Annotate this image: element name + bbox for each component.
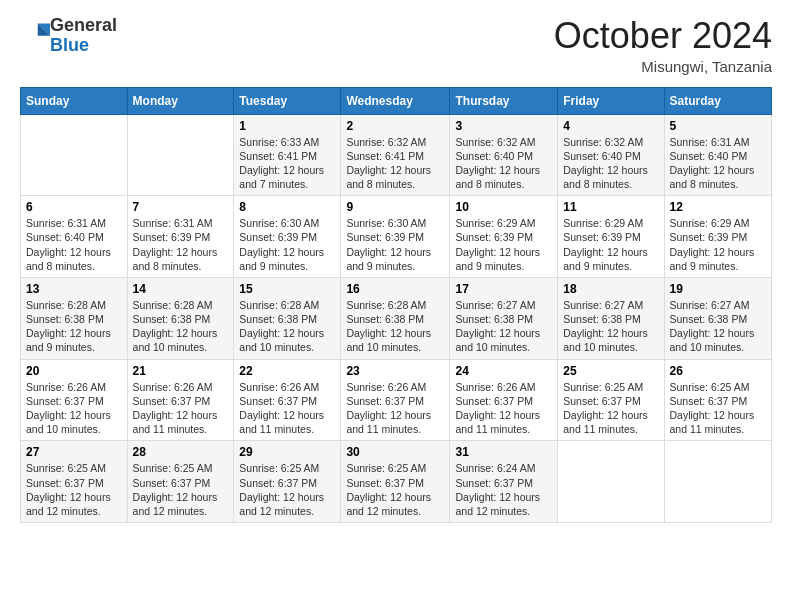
- day-cell: 23Sunrise: 6:26 AMSunset: 6:37 PMDayligh…: [341, 359, 450, 441]
- day-info: Sunrise: 6:25 AMSunset: 6:37 PMDaylight:…: [239, 461, 335, 518]
- day-number: 9: [346, 200, 444, 214]
- day-info: Sunrise: 6:27 AMSunset: 6:38 PMDaylight:…: [670, 298, 767, 355]
- day-info: Sunrise: 6:28 AMSunset: 6:38 PMDaylight:…: [346, 298, 444, 355]
- day-number: 1: [239, 119, 335, 133]
- day-cell: 7Sunrise: 6:31 AMSunset: 6:39 PMDaylight…: [127, 196, 234, 278]
- day-cell: 11Sunrise: 6:29 AMSunset: 6:39 PMDayligh…: [558, 196, 664, 278]
- day-number: 14: [133, 282, 229, 296]
- day-cell: [558, 441, 664, 523]
- title-block: October 2024 Misungwi, Tanzania: [554, 16, 772, 75]
- day-number: 27: [26, 445, 122, 459]
- day-info: Sunrise: 6:26 AMSunset: 6:37 PMDaylight:…: [133, 380, 229, 437]
- day-info: Sunrise: 6:32 AMSunset: 6:40 PMDaylight:…: [455, 135, 552, 192]
- day-cell: 19Sunrise: 6:27 AMSunset: 6:38 PMDayligh…: [664, 277, 772, 359]
- week-row-2: 6Sunrise: 6:31 AMSunset: 6:40 PMDaylight…: [21, 196, 772, 278]
- day-info: Sunrise: 6:25 AMSunset: 6:37 PMDaylight:…: [670, 380, 767, 437]
- day-cell: 1Sunrise: 6:33 AMSunset: 6:41 PMDaylight…: [234, 114, 341, 196]
- day-cell: 4Sunrise: 6:32 AMSunset: 6:40 PMDaylight…: [558, 114, 664, 196]
- day-info: Sunrise: 6:31 AMSunset: 6:40 PMDaylight:…: [26, 216, 122, 273]
- day-info: Sunrise: 6:33 AMSunset: 6:41 PMDaylight:…: [239, 135, 335, 192]
- day-number: 31: [455, 445, 552, 459]
- day-cell: [127, 114, 234, 196]
- header: General Blue October 2024 Misungwi, Tanz…: [20, 16, 772, 75]
- day-number: 25: [563, 364, 658, 378]
- logo-icon: [22, 20, 50, 48]
- day-number: 4: [563, 119, 658, 133]
- day-number: 12: [670, 200, 767, 214]
- day-info: Sunrise: 6:26 AMSunset: 6:37 PMDaylight:…: [26, 380, 122, 437]
- day-number: 2: [346, 119, 444, 133]
- day-info: Sunrise: 6:32 AMSunset: 6:41 PMDaylight:…: [346, 135, 444, 192]
- day-cell: 8Sunrise: 6:30 AMSunset: 6:39 PMDaylight…: [234, 196, 341, 278]
- day-info: Sunrise: 6:31 AMSunset: 6:40 PMDaylight:…: [670, 135, 767, 192]
- day-cell: 25Sunrise: 6:25 AMSunset: 6:37 PMDayligh…: [558, 359, 664, 441]
- calendar: SundayMondayTuesdayWednesdayThursdayFrid…: [20, 87, 772, 523]
- day-number: 29: [239, 445, 335, 459]
- day-number: 11: [563, 200, 658, 214]
- day-info: Sunrise: 6:28 AMSunset: 6:38 PMDaylight:…: [133, 298, 229, 355]
- day-cell: 17Sunrise: 6:27 AMSunset: 6:38 PMDayligh…: [450, 277, 558, 359]
- day-number: 28: [133, 445, 229, 459]
- day-number: 10: [455, 200, 552, 214]
- day-info: Sunrise: 6:26 AMSunset: 6:37 PMDaylight:…: [346, 380, 444, 437]
- day-info: Sunrise: 6:27 AMSunset: 6:38 PMDaylight:…: [455, 298, 552, 355]
- day-number: 18: [563, 282, 658, 296]
- day-number: 26: [670, 364, 767, 378]
- day-cell: 16Sunrise: 6:28 AMSunset: 6:38 PMDayligh…: [341, 277, 450, 359]
- logo-text: General Blue: [50, 16, 117, 56]
- week-row-1: 1Sunrise: 6:33 AMSunset: 6:41 PMDaylight…: [21, 114, 772, 196]
- week-row-4: 20Sunrise: 6:26 AMSunset: 6:37 PMDayligh…: [21, 359, 772, 441]
- day-info: Sunrise: 6:31 AMSunset: 6:39 PMDaylight:…: [133, 216, 229, 273]
- weekday-header-wednesday: Wednesday: [341, 87, 450, 114]
- day-cell: [664, 441, 772, 523]
- day-info: Sunrise: 6:26 AMSunset: 6:37 PMDaylight:…: [455, 380, 552, 437]
- day-number: 15: [239, 282, 335, 296]
- day-number: 22: [239, 364, 335, 378]
- day-info: Sunrise: 6:29 AMSunset: 6:39 PMDaylight:…: [563, 216, 658, 273]
- day-number: 7: [133, 200, 229, 214]
- day-cell: 29Sunrise: 6:25 AMSunset: 6:37 PMDayligh…: [234, 441, 341, 523]
- day-number: 23: [346, 364, 444, 378]
- day-number: 16: [346, 282, 444, 296]
- day-cell: 2Sunrise: 6:32 AMSunset: 6:41 PMDaylight…: [341, 114, 450, 196]
- page: General Blue October 2024 Misungwi, Tanz…: [0, 0, 792, 612]
- logo: General Blue: [20, 16, 117, 56]
- day-number: 3: [455, 119, 552, 133]
- day-info: Sunrise: 6:25 AMSunset: 6:37 PMDaylight:…: [133, 461, 229, 518]
- day-cell: 30Sunrise: 6:25 AMSunset: 6:37 PMDayligh…: [341, 441, 450, 523]
- day-info: Sunrise: 6:28 AMSunset: 6:38 PMDaylight:…: [26, 298, 122, 355]
- day-cell: 24Sunrise: 6:26 AMSunset: 6:37 PMDayligh…: [450, 359, 558, 441]
- day-cell: 5Sunrise: 6:31 AMSunset: 6:40 PMDaylight…: [664, 114, 772, 196]
- day-info: Sunrise: 6:29 AMSunset: 6:39 PMDaylight:…: [670, 216, 767, 273]
- day-cell: 14Sunrise: 6:28 AMSunset: 6:38 PMDayligh…: [127, 277, 234, 359]
- day-cell: 10Sunrise: 6:29 AMSunset: 6:39 PMDayligh…: [450, 196, 558, 278]
- day-number: 30: [346, 445, 444, 459]
- day-info: Sunrise: 6:26 AMSunset: 6:37 PMDaylight:…: [239, 380, 335, 437]
- location: Misungwi, Tanzania: [554, 58, 772, 75]
- day-cell: 22Sunrise: 6:26 AMSunset: 6:37 PMDayligh…: [234, 359, 341, 441]
- day-number: 8: [239, 200, 335, 214]
- day-info: Sunrise: 6:25 AMSunset: 6:37 PMDaylight:…: [26, 461, 122, 518]
- day-cell: 31Sunrise: 6:24 AMSunset: 6:37 PMDayligh…: [450, 441, 558, 523]
- day-cell: 27Sunrise: 6:25 AMSunset: 6:37 PMDayligh…: [21, 441, 128, 523]
- day-info: Sunrise: 6:25 AMSunset: 6:37 PMDaylight:…: [346, 461, 444, 518]
- day-number: 17: [455, 282, 552, 296]
- month-title: October 2024: [554, 16, 772, 56]
- day-number: 24: [455, 364, 552, 378]
- weekday-header-monday: Monday: [127, 87, 234, 114]
- day-cell: 9Sunrise: 6:30 AMSunset: 6:39 PMDaylight…: [341, 196, 450, 278]
- day-info: Sunrise: 6:32 AMSunset: 6:40 PMDaylight:…: [563, 135, 658, 192]
- logo-blue: Blue: [50, 35, 89, 55]
- day-number: 21: [133, 364, 229, 378]
- day-number: 6: [26, 200, 122, 214]
- week-row-5: 27Sunrise: 6:25 AMSunset: 6:37 PMDayligh…: [21, 441, 772, 523]
- day-cell: 15Sunrise: 6:28 AMSunset: 6:38 PMDayligh…: [234, 277, 341, 359]
- weekday-header-thursday: Thursday: [450, 87, 558, 114]
- weekday-header-friday: Friday: [558, 87, 664, 114]
- day-cell: 13Sunrise: 6:28 AMSunset: 6:38 PMDayligh…: [21, 277, 128, 359]
- day-cell: 20Sunrise: 6:26 AMSunset: 6:37 PMDayligh…: [21, 359, 128, 441]
- weekday-header-row: SundayMondayTuesdayWednesdayThursdayFrid…: [21, 87, 772, 114]
- day-info: Sunrise: 6:28 AMSunset: 6:38 PMDaylight:…: [239, 298, 335, 355]
- day-cell: 26Sunrise: 6:25 AMSunset: 6:37 PMDayligh…: [664, 359, 772, 441]
- weekday-header-tuesday: Tuesday: [234, 87, 341, 114]
